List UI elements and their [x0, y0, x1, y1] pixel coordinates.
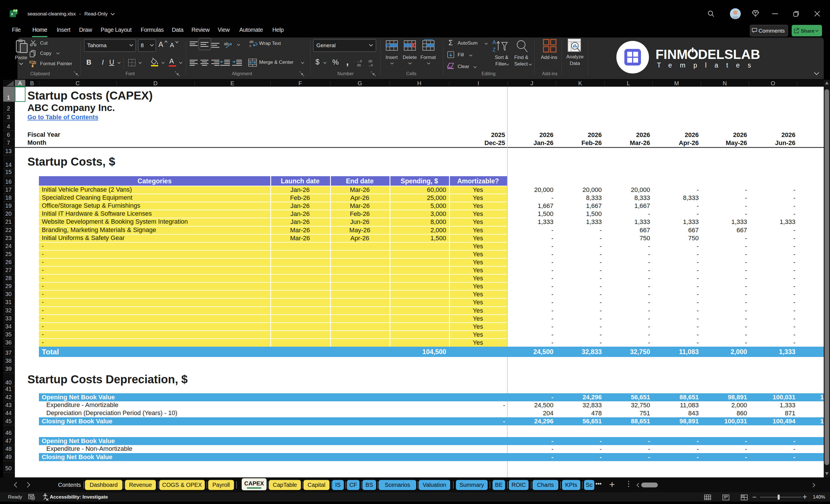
svg-text:ab: ab [249, 39, 253, 44]
svg-text:c: c [249, 43, 251, 48]
svg-text:Z: Z [492, 47, 496, 53]
svg-text:x: x [11, 12, 13, 16]
svg-text:←0: ←0 [357, 60, 362, 63]
svg-text:ab: ab [224, 41, 229, 46]
svg-text:.00: .00 [356, 63, 361, 67]
svg-text:A: A [492, 39, 496, 45]
svg-text:.00: .00 [368, 60, 372, 63]
svg-text:→0: →0 [368, 63, 373, 67]
